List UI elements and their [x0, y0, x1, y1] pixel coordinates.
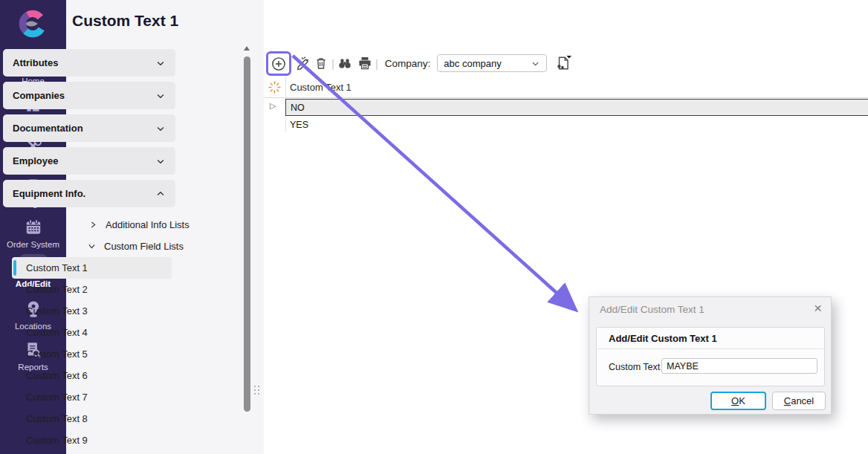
chevron-down-icon — [155, 91, 166, 101]
tree-leaf-custom-text-4[interactable]: Custom Text 4 — [12, 322, 172, 343]
sidebar-item-order-system[interactable]: Order System — [0, 215, 66, 254]
grid-column-header[interactable]: Custom Text 1 — [290, 77, 352, 98]
chevron-down-icon — [155, 156, 166, 166]
toolbar: | | Company: abc company — [264, 49, 868, 77]
panel-splitter-grip[interactable] — [254, 386, 261, 396]
accordion-section-attributes[interactable]: Attributes — [3, 49, 175, 77]
chevron-up-icon — [155, 189, 166, 199]
grid-row-no[interactable]: ▷ NO — [264, 99, 868, 116]
chevron-down-icon — [87, 241, 97, 251]
tree-leaf-label: Custom Text 3 — [26, 305, 88, 317]
tree-node-label: Additional Info Lists — [106, 219, 190, 230]
find-button[interactable] — [337, 55, 353, 71]
printer-icon — [357, 56, 372, 71]
add-button[interactable] — [266, 51, 291, 76]
tree-node-custom-field-lists[interactable]: Custom Field Lists — [87, 239, 184, 253]
chevron-down-icon — [155, 123, 166, 134]
dialog-groupbox: Add/Edit Custom Text 1 Custom Text 1 — [596, 327, 825, 386]
accordion-label: Attributes — [13, 57, 155, 68]
tree-leaf-custom-text-6[interactable]: Custom Text 6 — [12, 365, 172, 386]
nav-panel-scrollbar[interactable] — [243, 45, 251, 454]
app-logo-icon[interactable] — [16, 7, 50, 41]
tree-node-additional-info-lists[interactable]: Additional Info Lists — [88, 217, 190, 232]
tree-leaf-custom-text-3[interactable]: Custom Text 3 — [12, 300, 172, 322]
tree-leaf-label: Custom Text 8 — [26, 413, 88, 424]
ok-button[interactable]: OK — [710, 392, 766, 410]
company-label: Company: — [385, 58, 431, 69]
groupbox-divider — [597, 348, 823, 349]
binoculars-icon — [337, 56, 352, 71]
tree-leaf-label: Custom Text 1 — [26, 262, 88, 273]
tree-node-label: Custom Field Lists — [104, 241, 184, 252]
tree-leaf-label: Custom Text 2 — [26, 284, 88, 295]
grid-row-yes[interactable]: YES — [264, 116, 868, 133]
add-edit-dialog: Add/Edit Custom Text 1 × Add/Edit Custom… — [589, 296, 832, 415]
accordion-label: Equipment Info. — [13, 188, 155, 199]
sort-star-icon — [268, 80, 282, 94]
custom-text-input[interactable] — [661, 358, 817, 374]
tree-leaf-custom-text-1[interactable]: Custom Text 1 — [12, 257, 172, 279]
scrollbar-thumb[interactable] — [244, 56, 250, 412]
edit-button[interactable] — [294, 55, 311, 71]
grid-cell-value[interactable]: YES — [285, 116, 868, 133]
chevron-down-icon — [155, 58, 166, 68]
selection-indicator-bar — [13, 260, 16, 276]
tree-leaf-label: Custom Text 4 — [26, 327, 88, 338]
close-icon[interactable]: × — [814, 300, 822, 317]
tree-leaf-label: Custom Text 9 — [26, 435, 88, 446]
tree-leaf-custom-text-9[interactable]: Custom Text 9 — [12, 429, 172, 451]
accordion-label: Companies — [13, 90, 155, 101]
row-indicator-icon: ▷ — [270, 101, 276, 111]
company-dropdown-value: abc company — [444, 58, 531, 69]
order-system-icon — [24, 218, 43, 237]
groupbox-title: Add/Edit Custom Text 1 — [609, 333, 717, 344]
trash-icon — [314, 56, 328, 70]
print-button[interactable] — [357, 55, 373, 71]
app-window: { "window": { "title": "Custom Text 1" }… — [0, 0, 868, 454]
chevron-down-icon — [531, 59, 540, 68]
tree-leaf-custom-text-7[interactable]: Custom Text 7 — [12, 386, 172, 408]
accordion-section-companies[interactable]: Companies — [3, 82, 175, 109]
tree-leaf-custom-text-8[interactable]: Custom Text 8 — [12, 408, 172, 429]
sidebar-item-label: Order System — [0, 240, 66, 249]
accordion-section-documentation[interactable]: Documentation — [3, 114, 175, 142]
toolbar-separator: | — [329, 57, 337, 70]
grid-header-row[interactable]: Custom Text 1 — [264, 77, 868, 98]
tree-leaf-label: Custom Text 5 — [26, 348, 88, 360]
toolbar-separator: | — [373, 57, 380, 70]
page-title: Custom Text 1 — [72, 12, 178, 30]
delete-button[interactable] — [313, 55, 329, 71]
grid-cell-value[interactable]: NO — [285, 99, 868, 116]
accordion-section-equipment-info[interactable]: Equipment Info. — [3, 180, 175, 207]
add-icon — [271, 56, 286, 71]
tree-leaf-label: Custom Text 7 — [26, 392, 88, 403]
chevron-right-icon — [88, 220, 98, 230]
accordion-label: Documentation — [13, 123, 155, 134]
tree-leaf-custom-text-5[interactable]: Custom Text 5 — [12, 343, 172, 365]
dialog-title: Add/Edit Custom Text 1 — [600, 304, 705, 315]
scrollbar-up-arrow[interactable] — [244, 46, 250, 51]
custom-text-field-label: Custom Text 1 — [609, 362, 668, 372]
edit-icon — [296, 56, 310, 71]
tree-leaf-custom-text-2[interactable]: Custom Text 2 — [12, 279, 172, 300]
tree-leaf-label: Custom Text 6 — [26, 370, 88, 381]
cancel-button[interactable]: Cancel — [772, 392, 826, 410]
export-grid-button[interactable] — [555, 55, 571, 71]
export-grid-icon — [555, 55, 571, 71]
accordion-label: Employee — [13, 155, 155, 166]
company-dropdown[interactable]: abc company — [437, 54, 547, 72]
accordion-section-employee[interactable]: Employee — [3, 147, 175, 175]
